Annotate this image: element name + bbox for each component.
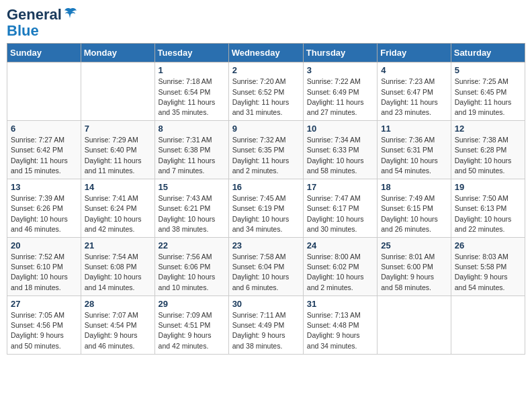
calendar-cell: 29Sunrise: 7:09 AM Sunset: 4:51 PM Dayli… [154, 295, 228, 354]
day-number: 22 [159, 240, 225, 250]
calendar-week-row: 13Sunrise: 7:39 AM Sunset: 6:26 PM Dayli… [7, 179, 525, 238]
day-info: Sunrise: 7:47 AM Sunset: 6:17 PM Dayligh… [307, 193, 373, 234]
calendar-cell: 8Sunrise: 7:31 AM Sunset: 6:38 PM Daylig… [154, 121, 228, 179]
day-number: 6 [11, 124, 77, 134]
calendar-cell: 16Sunrise: 7:45 AM Sunset: 6:19 PM Dayli… [228, 179, 303, 238]
calendar-cell: 26Sunrise: 8:03 AM Sunset: 5:58 PM Dayli… [451, 238, 525, 296]
day-number: 3 [307, 65, 373, 75]
calendar-cell [451, 295, 525, 354]
day-info: Sunrise: 7:25 AM Sunset: 6:45 PM Dayligh… [455, 77, 521, 118]
calendar-cell [81, 62, 154, 121]
day-number: 18 [381, 182, 447, 192]
day-number: 2 [232, 65, 300, 75]
calendar-cell: 3Sunrise: 7:22 AM Sunset: 6:49 PM Daylig… [303, 62, 377, 121]
day-info: Sunrise: 7:29 AM Sunset: 6:40 PM Dayligh… [85, 135, 151, 176]
day-info: Sunrise: 8:00 AM Sunset: 6:02 PM Dayligh… [307, 252, 373, 293]
logo-general: General [7, 7, 62, 23]
header: General Blue [7, 7, 525, 39]
day-info: Sunrise: 8:01 AM Sunset: 6:00 PM Dayligh… [381, 252, 447, 293]
day-info: Sunrise: 7:18 AM Sunset: 6:54 PM Dayligh… [159, 77, 225, 118]
calendar-week-row: 1Sunrise: 7:18 AM Sunset: 6:54 PM Daylig… [7, 62, 525, 121]
day-info: Sunrise: 7:23 AM Sunset: 6:47 PM Dayligh… [381, 77, 447, 118]
day-number: 24 [307, 240, 373, 250]
day-info: Sunrise: 7:36 AM Sunset: 6:31 PM Dayligh… [381, 135, 447, 176]
day-number: 5 [455, 65, 521, 75]
calendar-cell: 28Sunrise: 7:07 AM Sunset: 4:54 PM Dayli… [81, 295, 154, 354]
calendar-cell: 5Sunrise: 7:25 AM Sunset: 6:45 PM Daylig… [451, 62, 525, 121]
day-info: Sunrise: 8:03 AM Sunset: 5:58 PM Dayligh… [455, 252, 521, 293]
day-number: 26 [455, 240, 521, 250]
day-info: Sunrise: 7:56 AM Sunset: 6:06 PM Dayligh… [159, 252, 225, 293]
day-info: Sunrise: 7:22 AM Sunset: 6:49 PM Dayligh… [307, 77, 373, 118]
calendar-cell: 13Sunrise: 7:39 AM Sunset: 6:26 PM Dayli… [7, 179, 81, 238]
day-number: 12 [455, 124, 521, 134]
calendar-cell: 11Sunrise: 7:36 AM Sunset: 6:31 PM Dayli… [378, 121, 451, 179]
day-number: 28 [85, 299, 151, 309]
day-number: 16 [232, 182, 300, 192]
calendar: SundayMondayTuesdayWednesdayThursdayFrid… [7, 43, 525, 354]
calendar-cell: 2Sunrise: 7:20 AM Sunset: 6:52 PM Daylig… [228, 62, 303, 121]
day-number: 15 [159, 182, 225, 192]
calendar-week-row: 6Sunrise: 7:27 AM Sunset: 6:42 PM Daylig… [7, 121, 525, 179]
day-number: 17 [307, 182, 373, 192]
day-info: Sunrise: 7:05 AM Sunset: 4:56 PM Dayligh… [11, 310, 77, 351]
day-number: 14 [85, 182, 151, 192]
day-info: Sunrise: 7:58 AM Sunset: 6:04 PM Dayligh… [232, 252, 300, 293]
logo-bird-icon [63, 6, 78, 21]
day-number: 21 [85, 240, 151, 250]
day-number: 4 [381, 65, 447, 75]
calendar-cell [378, 295, 451, 354]
day-info: Sunrise: 7:11 AM Sunset: 4:49 PM Dayligh… [232, 310, 300, 351]
calendar-cell: 23Sunrise: 7:58 AM Sunset: 6:04 PM Dayli… [228, 238, 303, 296]
calendar-cell: 30Sunrise: 7:11 AM Sunset: 4:49 PM Dayli… [228, 295, 303, 354]
calendar-cell [7, 62, 81, 121]
calendar-cell: 1Sunrise: 7:18 AM Sunset: 6:54 PM Daylig… [154, 62, 228, 121]
day-number: 19 [455, 182, 521, 192]
day-number: 8 [159, 124, 225, 134]
day-header-wednesday: Wednesday [228, 44, 303, 62]
day-header-thursday: Thursday [303, 44, 377, 62]
day-number: 23 [232, 240, 300, 250]
day-info: Sunrise: 7:50 AM Sunset: 6:13 PM Dayligh… [455, 193, 521, 234]
day-number: 13 [11, 182, 77, 192]
calendar-cell: 17Sunrise: 7:47 AM Sunset: 6:17 PM Dayli… [303, 179, 377, 238]
day-info: Sunrise: 7:39 AM Sunset: 6:26 PM Dayligh… [11, 193, 77, 234]
day-number: 27 [11, 299, 77, 309]
day-number: 1 [159, 65, 225, 75]
day-number: 30 [232, 299, 300, 309]
day-info: Sunrise: 7:45 AM Sunset: 6:19 PM Dayligh… [232, 193, 300, 234]
day-header-saturday: Saturday [451, 44, 525, 62]
calendar-cell: 25Sunrise: 8:01 AM Sunset: 6:00 PM Dayli… [378, 238, 451, 296]
calendar-cell: 27Sunrise: 7:05 AM Sunset: 4:56 PM Dayli… [7, 295, 81, 354]
calendar-cell: 9Sunrise: 7:32 AM Sunset: 6:35 PM Daylig… [228, 121, 303, 179]
calendar-cell: 24Sunrise: 8:00 AM Sunset: 6:02 PM Dayli… [303, 238, 377, 296]
day-info: Sunrise: 7:43 AM Sunset: 6:21 PM Dayligh… [159, 193, 225, 234]
day-number: 10 [307, 124, 373, 134]
calendar-cell: 21Sunrise: 7:54 AM Sunset: 6:08 PM Dayli… [81, 238, 154, 296]
calendar-cell: 20Sunrise: 7:52 AM Sunset: 6:10 PM Dayli… [7, 238, 81, 296]
calendar-cell: 6Sunrise: 7:27 AM Sunset: 6:42 PM Daylig… [7, 121, 81, 179]
day-info: Sunrise: 7:13 AM Sunset: 4:48 PM Dayligh… [307, 310, 373, 351]
logo: General Blue [7, 7, 78, 39]
day-info: Sunrise: 7:09 AM Sunset: 4:51 PM Dayligh… [159, 310, 225, 351]
day-info: Sunrise: 7:49 AM Sunset: 6:15 PM Dayligh… [381, 193, 447, 234]
day-info: Sunrise: 7:07 AM Sunset: 4:54 PM Dayligh… [85, 310, 151, 351]
day-info: Sunrise: 7:41 AM Sunset: 6:24 PM Dayligh… [85, 193, 151, 234]
day-number: 31 [307, 299, 373, 309]
calendar-week-row: 20Sunrise: 7:52 AM Sunset: 6:10 PM Dayli… [7, 238, 525, 296]
day-info: Sunrise: 7:52 AM Sunset: 6:10 PM Dayligh… [11, 252, 77, 293]
day-header-monday: Monday [81, 44, 154, 62]
calendar-cell: 14Sunrise: 7:41 AM Sunset: 6:24 PM Dayli… [81, 179, 154, 238]
calendar-cell: 7Sunrise: 7:29 AM Sunset: 6:40 PM Daylig… [81, 121, 154, 179]
day-number: 25 [381, 240, 447, 250]
day-number: 20 [11, 240, 77, 250]
day-info: Sunrise: 7:20 AM Sunset: 6:52 PM Dayligh… [232, 77, 300, 118]
calendar-header-row: SundayMondayTuesdayWednesdayThursdayFrid… [7, 44, 525, 62]
day-header-tuesday: Tuesday [154, 44, 228, 62]
calendar-cell: 12Sunrise: 7:38 AM Sunset: 6:28 PM Dayli… [451, 121, 525, 179]
day-info: Sunrise: 7:34 AM Sunset: 6:33 PM Dayligh… [307, 135, 373, 176]
day-number: 7 [85, 124, 151, 134]
calendar-cell: 31Sunrise: 7:13 AM Sunset: 4:48 PM Dayli… [303, 295, 377, 354]
calendar-cell: 4Sunrise: 7:23 AM Sunset: 6:47 PM Daylig… [378, 62, 451, 121]
logo-blue: Blue [7, 23, 39, 39]
